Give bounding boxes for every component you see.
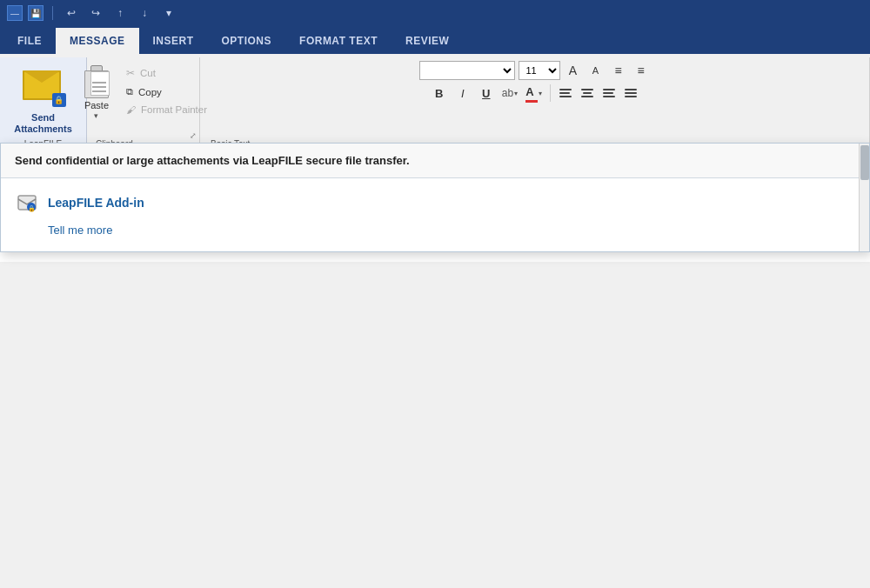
title-bar-separator [52, 6, 53, 20]
send-attachments-icon: 🔒 [23, 67, 64, 109]
copy-button[interactable]: ⧉ Copy [122, 84, 211, 100]
font-family-select[interactable] [419, 61, 515, 80]
align-line [583, 92, 592, 94]
format-painter-button[interactable]: 🖌 Format Painter [122, 102, 211, 117]
quick-access-down[interactable]: ↓ [135, 3, 154, 23]
font-color-indicator: A [525, 84, 538, 103]
align-line [603, 92, 613, 94]
clipboard-line [92, 82, 106, 84]
bold-button[interactable]: B [429, 84, 450, 103]
addon-title[interactable]: LeapFILE Add-in [48, 196, 144, 210]
tooltip-body: 🔒 LeapFILE Add-in Tell me more [1, 178, 869, 251]
format-painter-icon: 🖌 [126, 104, 136, 115]
window-control-minimize[interactable]: — [7, 5, 23, 21]
leapfile-addon-icon: 🔒 [15, 190, 39, 215]
font-color-dropdown[interactable]: A ▾ [523, 84, 545, 103]
tooltip-scrollbar[interactable] [859, 144, 869, 251]
tab-options[interactable]: OPTIONS [208, 28, 286, 54]
format-separator [550, 84, 551, 102]
tab-message[interactable]: MESSAGE [56, 28, 139, 54]
font-size-select[interactable]: 11 [519, 61, 560, 80]
align-line [559, 92, 570, 94]
clipboard-line [92, 86, 106, 88]
highlight-text: ab [502, 87, 513, 99]
align-left-button[interactable] [556, 84, 575, 103]
align-line [581, 89, 593, 90]
tab-insert[interactable]: INSERT [139, 28, 208, 54]
tab-format-text[interactable]: FORMAT TEXT [285, 28, 392, 54]
window-control-save[interactable]: 💾 [28, 5, 44, 21]
paste-icon [81, 65, 112, 98]
align-center-button[interactable] [578, 84, 597, 103]
scissors-icon: ✂ [126, 67, 135, 79]
font-shrink-button[interactable]: A [586, 61, 606, 80]
quick-access-up[interactable]: ↑ [110, 3, 130, 23]
envelope-flap-icon [23, 70, 61, 83]
tell-me-more-link[interactable]: Tell me more [48, 224, 112, 237]
title-bar: — 💾 ↩ ↪ ↑ ↓ ▾ [0, 0, 870, 26]
clipboard-actions: ✂ Cut ⧉ Copy 🖌 Format Painter [122, 61, 211, 117]
align-line [559, 96, 572, 97]
align-line [625, 96, 637, 97]
format-row: B I U ab ▾ A ▾ [429, 84, 640, 103]
ribbon-body: 🔒 Send Attachments LeapFILE [0, 54, 870, 157]
align-line [625, 92, 637, 94]
paste-button[interactable]: Paste ▾ [75, 61, 118, 123]
lock-badge-icon: 🔒 [52, 93, 66, 107]
clipboard-board [84, 70, 109, 98]
font-grow-button[interactable]: A [564, 61, 583, 80]
align-line [603, 96, 615, 97]
font-color-bar [525, 100, 538, 103]
clipboard-line [92, 90, 106, 92]
clipboard-group: Paste ▾ ✂ Cut ⧉ Copy 🖌 Format Painter [87, 57, 200, 156]
underline-button[interactable]: U [476, 84, 497, 103]
quick-access-undo[interactable]: ↩ [62, 3, 81, 23]
clipboard-expand-icon[interactable]: ⤢ [190, 131, 197, 140]
ribbon-tabs: FILE MESSAGE INSERT OPTIONS FORMAT TEXT … [0, 26, 870, 54]
cut-button[interactable]: ✂ Cut [122, 64, 211, 82]
tooltip-box: Send confidential or large attachements … [0, 143, 870, 252]
clipboard-inner: Paste ▾ ✂ Cut ⧉ Copy 🖌 Format Painter [75, 61, 211, 137]
quick-access-redo[interactable]: ↪ [86, 3, 105, 23]
clipboard-lines [92, 82, 106, 92]
copy-icon: ⧉ [126, 86, 133, 97]
svg-text:🔒: 🔒 [28, 204, 36, 212]
font-color-arrow: ▾ [539, 90, 542, 97]
align-line [625, 89, 637, 90]
copy-label: Copy [138, 87, 162, 97]
italic-button[interactable]: I [452, 84, 473, 103]
align-line [603, 89, 615, 90]
highlight-dropdown-arrow: ▾ [514, 90, 518, 97]
tab-file[interactable]: FILE [3, 28, 56, 54]
tab-review[interactable]: REVIEW [392, 28, 463, 54]
cut-label: Cut [140, 68, 156, 78]
scroll-thumb [860, 145, 869, 180]
list-button-2[interactable]: ≡ [632, 61, 651, 80]
send-attachments-button[interactable]: 🔒 Send Attachments [6, 61, 80, 137]
align-line [581, 96, 593, 97]
paste-label: Paste [84, 100, 109, 110]
basic-text-group: 11 A A ≡ ≡ B I U ab ▾ A ▾ [200, 57, 870, 156]
quick-access-customize[interactable]: ▾ [159, 3, 178, 23]
tooltip-header: Send confidential or large attachements … [1, 144, 869, 178]
format-painter-label: Format Painter [141, 104, 207, 115]
addon-row: 🔒 LeapFILE Add-in [15, 190, 855, 215]
font-controls-row: 11 A A ≡ ≡ [419, 61, 651, 80]
align-right-button[interactable] [599, 84, 619, 103]
addon-icon-svg: 🔒 [17, 192, 37, 213]
paste-dropdown-arrow[interactable]: ▾ [94, 111, 98, 120]
more-button[interactable] [621, 84, 640, 103]
send-attachments-label: Send Attachments [14, 112, 72, 135]
list-button[interactable]: ≡ [609, 61, 628, 80]
highlight-color-dropdown[interactable]: ab ▾ [499, 84, 520, 103]
align-line [559, 89, 572, 90]
